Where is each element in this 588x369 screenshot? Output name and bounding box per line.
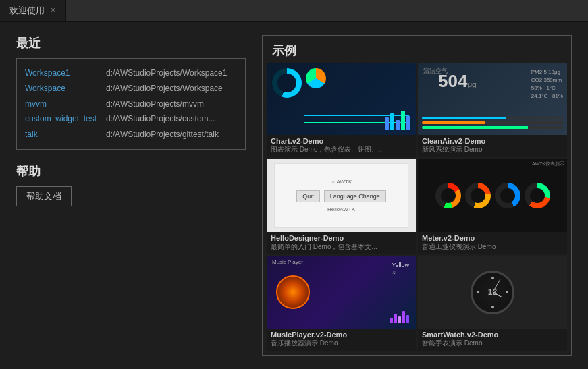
example-watch-title: SmartWatch.v2-Demo — [422, 331, 563, 339]
example-music[interactable]: Music Player Yellow ♫ — [267, 256, 416, 351]
example-chart-desc: 图表演示 Demo，包含仪表、饼图、... — [271, 145, 412, 154]
example-hello-desc: 最简单的入门 Demo，包含基本文... — [271, 242, 412, 252]
examples-grid: Chart.v2-Demo 图表演示 Demo，包含仪表、饼图、... 清洁空气… — [263, 63, 571, 355]
thumb-music: Music Player Yellow ♫ — [267, 256, 416, 329]
example-hello-title: HelloDesigner-Demo — [271, 234, 412, 242]
example-cleanair-title: CleanAir.v2-Demo — [422, 137, 563, 145]
main-content: 最近 Workspace1 d:/AWStudioProjects/Worksp… — [0, 22, 588, 369]
recent-item-name: Workspace — [25, 81, 99, 96]
recent-item-name: mvvm — [25, 96, 99, 112]
recent-box: Workspace1 d:/AWStudioProjects/Workspace… — [16, 58, 246, 150]
example-hello-info: HelloDesigner-Demo 最简单的入门 Demo，包含基本文... — [267, 232, 416, 254]
example-meter-info: Meter.v2-Demo 普通工业仪表演示 Demo — [418, 232, 567, 254]
welcome-tab[interactable]: 欢迎使用 ✕ — [0, 0, 66, 21]
tab-bar: 欢迎使用 ✕ — [0, 0, 588, 22]
help-section: 帮助 帮助文档 — [16, 163, 246, 206]
example-music-info: MusicPlayer.v2-Demo 音乐播放器演示 Demo — [267, 329, 416, 351]
list-item[interactable]: Workspace1 d:/AWStudioProjects/Workspace… — [25, 65, 237, 81]
recent-item-path: d:/AWStudioProjects/custom... — [106, 111, 215, 127]
recent-item-name: Workspace1 — [25, 65, 99, 81]
list-item[interactable]: talk d:/AWStudioProjects/gittest/talk — [25, 127, 237, 142]
examples-wrapper: 示例 — [263, 36, 571, 355]
recent-item-name: talk — [25, 127, 99, 142]
recent-item-path: d:/AWStudioProjects/Workspace — [106, 81, 223, 96]
tab-label: 欢迎使用 — [9, 5, 45, 17]
thumb-watch: 12 — [418, 256, 567, 329]
thumb-cleanair: 清洁空气 504μg PM2.5 18μg CO2 359mm 50% 1°C … — [418, 63, 567, 135]
example-music-title: MusicPlayer.v2-Demo — [271, 331, 412, 339]
example-cleanair-desc: 新风系统演示 Demo — [422, 145, 563, 154]
example-watch[interactable]: 12 SmartWatch.v2-Demo 智能 — [418, 256, 567, 351]
thumb-meter: AWTK仪表演示 — [418, 159, 567, 231]
example-meter-title: Meter.v2-Demo — [422, 234, 563, 242]
left-panel: 最近 Workspace1 d:/AWStudioProjects/Worksp… — [16, 35, 246, 356]
example-watch-desc: 智能手表演示 Demo — [422, 339, 563, 348]
recent-section: 最近 Workspace1 d:/AWStudioProjects/Worksp… — [16, 35, 246, 150]
thumb-chart — [267, 63, 416, 135]
right-panel: 示例 — [262, 35, 572, 356]
example-watch-info: SmartWatch.v2-Demo 智能手表演示 Demo — [418, 329, 567, 351]
list-item[interactable]: Workspace d:/AWStudioProjects/Workspace — [25, 81, 237, 96]
examples-title: 示例 — [263, 36, 571, 63]
example-meter[interactable]: AWTK仪表演示 Meter.v2-Demo 普通工业仪表演示 Demo — [418, 159, 567, 254]
example-cleanair-info: CleanAir.v2-Demo 新风系统演示 Demo — [418, 135, 567, 157]
example-cleanair[interactable]: 清洁空气 504μg PM2.5 18μg CO2 359mm 50% 1°C … — [418, 63, 567, 157]
thumb-hello: ☆ AWTK Quit Language Change HelloAWTK — [267, 159, 416, 231]
example-hello[interactable]: ☆ AWTK Quit Language Change HelloAWTK He… — [267, 159, 416, 254]
recent-item-name: custom_widget_test — [25, 111, 99, 127]
example-chart-info: Chart.v2-Demo 图表演示 Demo，包含仪表、饼图、... — [267, 135, 416, 157]
help-title: 帮助 — [16, 163, 246, 179]
recent-item-path: d:/AWStudioProjects/gittest/talk — [106, 127, 219, 142]
recent-title: 最近 — [16, 35, 246, 51]
example-chart[interactable]: Chart.v2-Demo 图表演示 Demo，包含仪表、饼图、... — [267, 63, 416, 157]
tab-close-icon[interactable]: ✕ — [50, 7, 56, 14]
example-chart-title: Chart.v2-Demo — [271, 137, 412, 145]
recent-item-path: d:/AWStudioProjects/mvvm — [106, 96, 204, 112]
help-doc-button[interactable]: 帮助文档 — [16, 186, 72, 206]
list-item[interactable]: mvvm d:/AWStudioProjects/mvvm — [25, 96, 237, 112]
recent-item-path: d:/AWStudioProjects/Workspace1 — [106, 65, 227, 81]
list-item[interactable]: custom_widget_test d:/AWStudioProjects/c… — [25, 111, 237, 127]
example-music-desc: 音乐播放器演示 Demo — [271, 339, 412, 348]
example-meter-desc: 普通工业仪表演示 Demo — [422, 242, 563, 252]
